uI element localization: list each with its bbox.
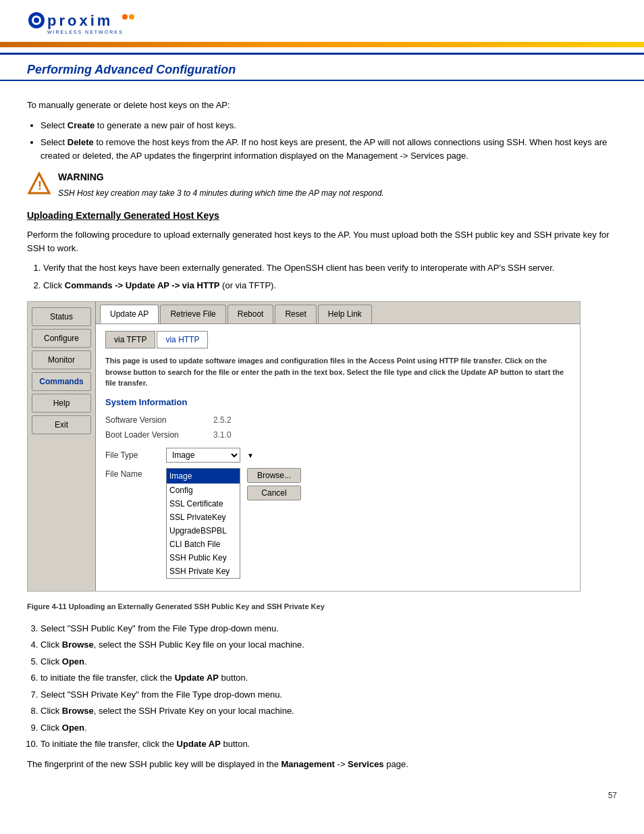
sidebar-item-status[interactable]: Status	[32, 307, 91, 326]
label-file-type: File Type	[105, 449, 159, 461]
sidebar-item-commands[interactable]: Commands	[32, 372, 91, 391]
tab-reset[interactable]: Reset	[275, 305, 316, 323]
warning-title: WARNING	[58, 170, 384, 184]
ui-screenshot: Status Configure Monitor Commands Help E…	[27, 301, 581, 592]
dropdown-item-ssl-pk[interactable]: SSL PrivateKey	[167, 511, 240, 524]
ui-secondary-tabs: via TFTP via HTTP	[105, 331, 570, 348]
bold-open-9: Open	[62, 723, 84, 733]
svg-point-5	[122, 14, 128, 20]
bold-updateap-10: Update AP	[177, 739, 221, 749]
section-heading: Uploading Externally Generated Host Keys	[27, 209, 617, 223]
browse-button[interactable]: Browse...	[247, 468, 301, 483]
svg-point-6	[129, 14, 134, 20]
post-step-3: Select "SSH Public Key" from the File Ty…	[41, 622, 617, 635]
intro-text: To manually generate or delete host keys…	[27, 99, 617, 112]
dropdown-arrow-icon: ▼	[247, 450, 254, 461]
step-1: Verify that the host keys have been exte…	[43, 261, 617, 275]
bullet-create: Select Create to generate a new pair of …	[41, 119, 617, 132]
blue-line	[0, 53, 644, 55]
dropdown-item-ssh-priv[interactable]: SSH Private Key	[167, 565, 240, 578]
post-step-5: Click Open.	[41, 655, 617, 669]
procedure-text: Perform the following procedure to uploa…	[27, 228, 617, 255]
post-steps-list: Select "SSH Public Key" from the File Ty…	[27, 622, 617, 751]
logo-svg: proxim WIRELESS NETWORKS	[27, 7, 135, 42]
tab-help-link[interactable]: Help Link	[318, 305, 372, 323]
sidebar-item-help[interactable]: Help	[32, 394, 91, 413]
figure-caption: Figure 4-11 Uploading an Externally Gene…	[27, 601, 617, 613]
svg-text:proxim: proxim	[47, 12, 113, 29]
dropdown-item-ssh-pub[interactable]: SSH Public Key	[167, 551, 240, 565]
warning-text: SSH Host key creation may take 3 to 4 mi…	[58, 187, 384, 199]
bold-commands: Commands -> Update AP -> via HTTP	[65, 280, 220, 290]
bold-delete: Delete	[68, 137, 94, 147]
file-type-select[interactable]: Image Config SSL Certificate SSL Private…	[166, 448, 240, 463]
post-step-6: to initiate the file transfer, click the…	[41, 671, 617, 685]
label-boot-loader: Boot Loader Version	[105, 429, 200, 441]
svg-point-2	[34, 18, 39, 23]
warning-box: ! WARNING SSH Host key creation may take…	[27, 170, 617, 199]
sidebar-item-configure[interactable]: Configure	[32, 329, 91, 348]
tab-update-ap[interactable]: Update AP	[100, 305, 159, 323]
ui-top-tabs: Update AP Retrieve File Reboot Reset Hel…	[96, 302, 580, 324]
dropdown-item-cli[interactable]: CLI Batch File	[167, 538, 240, 551]
post-step-9: Click Open.	[41, 721, 617, 735]
ui-file-name-row: File Name Image Config SSL Certificate S…	[105, 468, 570, 579]
cancel-button[interactable]: Cancel	[247, 486, 301, 500]
figure-caption-bold: Figure 4-11 Uploading an Externally Gene…	[27, 602, 325, 610]
ui-info-software: Software Version 2.5.2	[105, 414, 570, 426]
sidebar-item-monitor[interactable]: Monitor	[32, 350, 91, 369]
bullet-list: Select Create to generate a new pair of …	[41, 119, 617, 163]
tab-reboot[interactable]: Reboot	[227, 305, 274, 323]
ui-main-panel: Update AP Retrieve File Reboot Reset Hel…	[95, 302, 580, 591]
procedure-steps: Verify that the host keys have been exte…	[43, 261, 617, 292]
warning-icon: !	[27, 172, 51, 196]
post-step-8: Click Browse, select the SSH Private Key…	[41, 704, 617, 718]
footer-text: The fingerprint of the new SSH public ke…	[27, 758, 617, 771]
page-title: Performing Advanced Configuration	[0, 63, 644, 81]
dropdown-item-config[interactable]: Config	[167, 484, 240, 497]
dropdown-selected-image[interactable]: Image	[167, 469, 240, 484]
post-step-10: To initiate the file transfer, click the…	[41, 737, 617, 751]
dropdown-item-upgrade[interactable]: UpgradeBSPBL	[167, 524, 240, 538]
bold-browse-4: Browse	[62, 640, 94, 650]
tab-via-http[interactable]: via HTTP	[157, 331, 208, 348]
ui-file-input-row: Image Config SSL Certificate SSL Private…	[166, 468, 301, 579]
orange-bar	[0, 42, 644, 47]
ui-description: This page is used to update software ima…	[105, 355, 570, 389]
label-software-version: Software Version	[105, 414, 200, 426]
bold-management: Management	[281, 759, 334, 769]
warning-content: WARNING SSH Host key creation may take 3…	[58, 170, 384, 199]
tab-retrieve-file[interactable]: Retrieve File	[160, 305, 225, 323]
ui-file-buttons: Browse... Cancel	[247, 468, 301, 500]
page-number: 57	[0, 777, 644, 814]
bullet-delete: Select Delete to remove the host keys fr…	[41, 136, 617, 162]
proxim-logo: proxim WIRELESS NETWORKS	[27, 7, 135, 42]
ui-sidebar: Status Configure Monitor Commands Help E…	[28, 302, 95, 591]
ui-file-type-row: File Type Image Config SSL Certificate S…	[105, 448, 570, 463]
tab-via-tftp[interactable]: via TFTP	[105, 331, 155, 348]
bold-create: Create	[68, 120, 95, 130]
step-2: Click Commands -> Update AP -> via HTTP …	[43, 279, 617, 292]
svg-text:WIRELESS NETWORKS: WIRELESS NETWORKS	[47, 30, 124, 34]
bold-services: Services	[348, 759, 384, 769]
file-name-dropdown[interactable]: Image Config SSL Certificate SSL Private…	[166, 468, 240, 579]
bold-browse-8: Browse	[62, 706, 94, 716]
ui-sys-info-title: System Information	[105, 396, 570, 409]
bold-open-5: Open	[62, 656, 84, 667]
main-content: To manually generate or delete host keys…	[0, 92, 644, 777]
ui-info-bootloader: Boot Loader Version 3.1.0	[105, 429, 570, 441]
value-software-version: 2.5.2	[213, 414, 232, 426]
page-header: proxim WIRELESS NETWORKS	[0, 0, 644, 42]
dropdown-item-ssl-cert[interactable]: SSL Certificate	[167, 497, 240, 511]
sidebar-item-exit[interactable]: Exit	[32, 415, 91, 434]
label-file-name: File Name	[105, 468, 159, 480]
post-step-7: Select "SSH Private Key" from the File T…	[41, 688, 617, 702]
value-boot-loader: 3.1.0	[213, 429, 232, 441]
bold-updateap-6: Update AP	[175, 673, 219, 683]
ui-content-area: via TFTP via HTTP This page is used to u…	[96, 324, 580, 591]
svg-text:!: !	[38, 179, 42, 192]
post-step-4: Click Browse, select the SSH Public Key …	[41, 638, 617, 652]
